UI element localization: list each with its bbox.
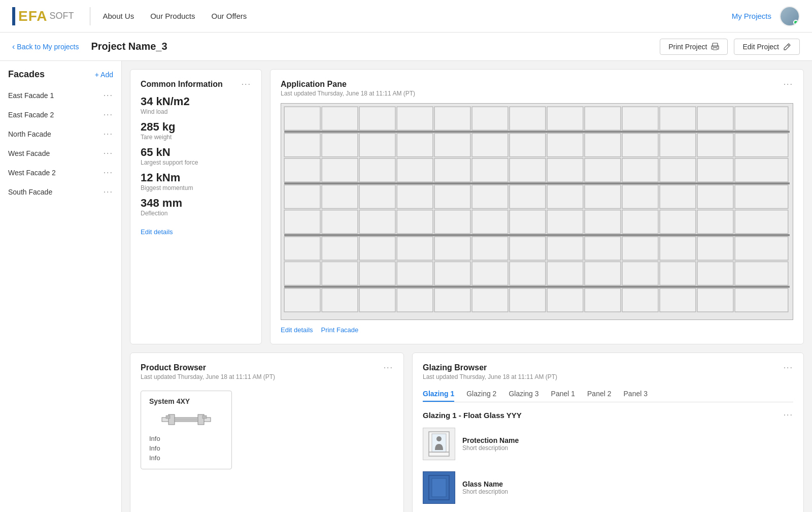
logo-soft: SOFT — [49, 11, 74, 21]
svg-rect-95 — [660, 262, 696, 285]
svg-line-3 — [788, 45, 789, 46]
nav-divider — [90, 7, 90, 25]
sidebar-item-east-facade-1[interactable]: East Facade 1 ··· — [0, 86, 121, 105]
system-info-item-3[interactable]: Info — [149, 453, 223, 463]
pane-edit-link[interactable]: Edit details — [281, 326, 313, 334]
sidebar-item-west-facade-2[interactable]: West Facade 2 ··· — [0, 163, 121, 182]
glazing-browser-title: Glazing Browser — [423, 363, 557, 372]
content: Common Information ··· 34 kN/m2 Wind loa… — [122, 61, 812, 512]
facade-5-menu-icon[interactable]: ··· — [104, 168, 113, 177]
sidebar-title: Facades — [8, 69, 45, 80]
nav-our-products[interactable]: Our Products — [150, 10, 195, 22]
svg-rect-88 — [397, 262, 433, 285]
glazing-entry-glass: Glass Name Short description — [423, 469, 793, 506]
project-name: Project Name_3 — [91, 41, 167, 52]
svg-rect-76 — [434, 237, 470, 260]
app-pane-menu-icon[interactable]: ··· — [784, 80, 793, 89]
facade-2-menu-icon[interactable]: ··· — [104, 110, 113, 119]
sidebar-item-label: West Facade — [8, 149, 50, 157]
svg-rect-99 — [284, 289, 320, 312]
nav-our-offers[interactable]: Our Offers — [212, 10, 247, 22]
svg-rect-68 — [660, 210, 696, 234]
glazing-tab-2[interactable]: Glazing 2 — [466, 387, 496, 402]
svg-rect-106 — [547, 289, 583, 312]
svg-rect-73 — [322, 237, 358, 260]
glazing-browser-card: Glazing Browser Last updated Thursday, J… — [412, 353, 804, 512]
svg-rect-28 — [660, 133, 696, 156]
svg-rect-110 — [697, 289, 733, 312]
svg-rect-11 — [547, 107, 583, 130]
svg-rect-32 — [322, 158, 358, 182]
svg-rect-34 — [397, 158, 433, 182]
sidebar-header: Facades + Add — [0, 69, 121, 86]
facade-1-menu-icon[interactable]: ··· — [104, 91, 113, 100]
system-card: System 4XY Info — [141, 391, 232, 469]
svg-rect-6 — [359, 107, 395, 130]
svg-rect-47 — [359, 185, 395, 208]
svg-rect-65 — [547, 210, 583, 234]
svg-rect-22 — [434, 133, 470, 156]
logo: EFA SOFT — [12, 7, 74, 25]
svg-rect-117 — [202, 415, 207, 419]
svg-rect-25 — [547, 133, 583, 156]
glazing-tab-panel-3[interactable]: Panel 3 — [624, 387, 648, 402]
edit-project-button[interactable]: Edit Project — [734, 39, 800, 55]
svg-rect-38 — [547, 158, 583, 182]
back-link[interactable]: ‹ Back to My projects — [12, 42, 79, 51]
glazing-tab-panel-2[interactable]: Panel 2 — [587, 387, 611, 402]
svg-rect-0 — [713, 43, 718, 47]
sidebar-item-north-facade[interactable]: North Facade ··· — [0, 124, 121, 144]
stat-momentum: 12 kNm Biggest momentum — [141, 171, 251, 191]
svg-rect-104 — [472, 289, 508, 312]
logo-bar — [12, 7, 15, 25]
glazing-tab-3[interactable]: Glazing 3 — [509, 387, 538, 402]
subheader: ‹ Back to My projects Project Name_3 Pri… — [0, 33, 812, 61]
svg-rect-16 — [735, 107, 788, 130]
glazing-item-menu-icon[interactable]: ··· — [784, 410, 793, 420]
sidebar-item-south-facade[interactable]: South Facade ··· — [0, 182, 121, 202]
protection-info: Protection Name Short description — [462, 436, 519, 452]
back-arrow-icon: ‹ — [12, 42, 15, 51]
facade-4-menu-icon[interactable]: ··· — [104, 149, 113, 158]
facade-3-menu-icon[interactable]: ··· — [104, 130, 113, 139]
glazing-browser-title-block: Glazing Browser Last updated Thursday, J… — [423, 363, 557, 380]
svg-rect-72 — [284, 237, 320, 260]
glazing-browser-menu-icon[interactable]: ··· — [784, 363, 793, 372]
svg-rect-93 — [585, 262, 621, 285]
edit-details-link[interactable]: Edit details — [141, 228, 173, 236]
nav-about-us[interactable]: About Us — [103, 10, 134, 22]
glazing-tab-1[interactable]: Glazing 1 — [423, 387, 454, 402]
facade-6-menu-icon[interactable]: ··· — [104, 187, 113, 197]
my-projects-link[interactable]: My Projects — [732, 12, 771, 20]
svg-rect-26 — [585, 133, 621, 156]
svg-rect-48 — [397, 185, 433, 208]
facade-panel-grid — [283, 105, 791, 316]
product-browser-menu-icon[interactable]: ··· — [384, 363, 393, 372]
common-info-title: Common Information — [141, 80, 223, 89]
svg-rect-5 — [322, 107, 358, 130]
svg-rect-84 — [735, 237, 788, 260]
system-info-item-2[interactable]: Info — [149, 443, 223, 453]
sidebar-item-east-facade-2[interactable]: East Facade 2 ··· — [0, 105, 121, 124]
add-facade-button[interactable]: + Add — [95, 71, 113, 79]
glazing-entry-protection: Protection Name Short description — [423, 426, 793, 462]
system-info-item-1[interactable]: Info — [149, 434, 223, 443]
sidebar: Facades + Add East Facade 1 ··· East Fac… — [0, 61, 122, 512]
svg-rect-87 — [359, 262, 395, 285]
svg-rect-69 — [697, 210, 733, 234]
glazing-tab-panel-1[interactable]: Panel 1 — [551, 387, 575, 402]
common-info-menu-icon[interactable]: ··· — [242, 80, 251, 89]
sidebar-item-label: West Facade 2 — [8, 169, 56, 177]
pane-print-link[interactable]: Print Facade — [321, 326, 359, 334]
nav: About Us Our Products Our Offers — [103, 10, 731, 22]
app-pane-title: Application Pane — [281, 80, 415, 89]
print-project-button[interactable]: Print Project — [660, 39, 728, 55]
svg-rect-24 — [510, 133, 546, 156]
svg-rect-39 — [585, 158, 621, 182]
svg-rect-115 — [175, 419, 198, 421]
sidebar-item-west-facade[interactable]: West Facade ··· — [0, 144, 121, 163]
svg-rect-41 — [660, 158, 696, 182]
svg-rect-20 — [359, 133, 395, 156]
stat-tare-weight: 285 kg Tare weight — [141, 120, 251, 141]
protection-desc: Short description — [462, 444, 519, 452]
